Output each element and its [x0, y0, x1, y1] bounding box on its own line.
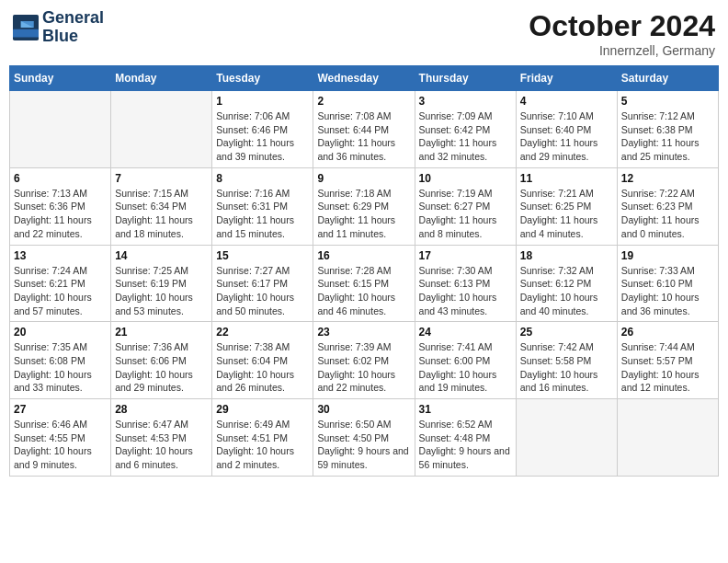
- day-info: Sunrise: 7:32 AM Sunset: 6:12 PM Dayligh…: [520, 264, 613, 318]
- day-info: Sunrise: 7:12 AM Sunset: 6:38 PM Dayligh…: [621, 109, 714, 164]
- weekday-header: Wednesday: [313, 66, 415, 91]
- calendar-cell: 1Sunrise: 7:06 AM Sunset: 6:46 PM Daylig…: [212, 91, 313, 168]
- day-info: Sunrise: 7:28 AM Sunset: 6:15 PM Dayligh…: [317, 264, 410, 318]
- calendar-cell: 5Sunrise: 7:12 AM Sunset: 6:38 PM Daylig…: [617, 91, 718, 168]
- day-info: Sunrise: 7:22 AM Sunset: 6:23 PM Dayligh…: [621, 187, 714, 241]
- calendar-cell: 6Sunrise: 7:13 AM Sunset: 6:36 PM Daylig…: [10, 167, 111, 245]
- day-number: 2: [317, 95, 410, 108]
- calendar-cell: 10Sunrise: 7:19 AM Sunset: 6:27 PM Dayli…: [415, 167, 516, 245]
- day-number: 3: [419, 95, 512, 108]
- calendar-header: SundayMondayTuesdayWednesdayThursdayFrid…: [10, 66, 719, 91]
- day-number: 6: [14, 172, 107, 185]
- title-section: October 2024 Innernzell, Germany: [529, 9, 715, 58]
- day-info: Sunrise: 7:15 AM Sunset: 6:34 PM Dayligh…: [115, 187, 208, 241]
- weekday-header: Saturday: [617, 66, 718, 91]
- calendar-cell: 8Sunrise: 7:16 AM Sunset: 6:31 PM Daylig…: [212, 167, 313, 245]
- day-number: 10: [419, 172, 512, 185]
- day-number: 31: [419, 403, 512, 416]
- calendar-week: 20Sunrise: 7:35 AM Sunset: 6:08 PM Dayli…: [10, 322, 719, 399]
- calendar-cell: 21Sunrise: 7:36 AM Sunset: 6:06 PM Dayli…: [111, 322, 212, 399]
- day-info: Sunrise: 7:16 AM Sunset: 6:31 PM Dayligh…: [216, 187, 309, 241]
- day-number: 9: [317, 172, 410, 185]
- calendar-cell: 29Sunrise: 6:49 AM Sunset: 4:51 PM Dayli…: [212, 399, 313, 477]
- day-info: Sunrise: 7:08 AM Sunset: 6:44 PM Dayligh…: [317, 109, 410, 164]
- calendar-cell: 18Sunrise: 7:32 AM Sunset: 6:12 PM Dayli…: [516, 245, 617, 322]
- day-number: 12: [621, 172, 714, 185]
- calendar-cell: 27Sunrise: 6:46 AM Sunset: 4:55 PM Dayli…: [10, 399, 111, 477]
- day-info: Sunrise: 7:21 AM Sunset: 6:25 PM Dayligh…: [520, 187, 613, 241]
- calendar-cell: 30Sunrise: 6:50 AM Sunset: 4:50 PM Dayli…: [313, 399, 415, 477]
- weekday-header: Monday: [111, 66, 212, 91]
- day-info: Sunrise: 7:10 AM Sunset: 6:40 PM Dayligh…: [520, 109, 613, 164]
- calendar-cell: 14Sunrise: 7:25 AM Sunset: 6:19 PM Dayli…: [111, 245, 212, 322]
- day-number: 5: [621, 95, 714, 108]
- day-number: 11: [520, 172, 613, 185]
- day-info: Sunrise: 7:13 AM Sunset: 6:36 PM Dayligh…: [14, 187, 107, 241]
- day-info: Sunrise: 7:30 AM Sunset: 6:13 PM Dayligh…: [419, 264, 512, 318]
- calendar-cell: 4Sunrise: 7:10 AM Sunset: 6:40 PM Daylig…: [516, 91, 617, 168]
- calendar-week: 13Sunrise: 7:24 AM Sunset: 6:21 PM Dayli…: [10, 245, 719, 322]
- day-info: Sunrise: 7:06 AM Sunset: 6:46 PM Dayligh…: [216, 109, 309, 164]
- calendar-cell: 24Sunrise: 7:41 AM Sunset: 6:00 PM Dayli…: [415, 322, 516, 399]
- calendar-cell: 3Sunrise: 7:09 AM Sunset: 6:42 PM Daylig…: [415, 91, 516, 168]
- day-info: Sunrise: 7:19 AM Sunset: 6:27 PM Dayligh…: [419, 187, 512, 241]
- day-number: 1: [216, 95, 309, 108]
- weekday-header: Thursday: [415, 66, 516, 91]
- svg-rect-3: [13, 29, 39, 38]
- day-number: 26: [621, 326, 714, 339]
- calendar-week: 6Sunrise: 7:13 AM Sunset: 6:36 PM Daylig…: [10, 167, 719, 245]
- day-info: Sunrise: 7:18 AM Sunset: 6:29 PM Dayligh…: [317, 187, 410, 241]
- day-info: Sunrise: 6:46 AM Sunset: 4:55 PM Dayligh…: [14, 418, 107, 472]
- day-info: Sunrise: 7:33 AM Sunset: 6:10 PM Dayligh…: [621, 264, 714, 318]
- day-number: 17: [419, 249, 512, 262]
- calendar-cell: 15Sunrise: 7:27 AM Sunset: 6:17 PM Dayli…: [212, 245, 313, 322]
- day-info: Sunrise: 7:39 AM Sunset: 6:02 PM Dayligh…: [317, 340, 410, 395]
- header-row: SundayMondayTuesdayWednesdayThursdayFrid…: [10, 66, 719, 91]
- day-number: 23: [317, 326, 410, 339]
- month-title: October 2024: [529, 9, 715, 43]
- calendar-cell: 26Sunrise: 7:44 AM Sunset: 5:57 PM Dayli…: [617, 322, 718, 399]
- calendar-cell: 16Sunrise: 7:28 AM Sunset: 6:15 PM Dayli…: [313, 245, 415, 322]
- day-info: Sunrise: 7:35 AM Sunset: 6:08 PM Dayligh…: [14, 340, 107, 395]
- calendar-cell: [617, 399, 718, 477]
- calendar-cell: 7Sunrise: 7:15 AM Sunset: 6:34 PM Daylig…: [111, 167, 212, 245]
- day-number: 30: [317, 403, 410, 416]
- calendar-cell: [516, 399, 617, 477]
- calendar-week: 1Sunrise: 7:06 AM Sunset: 6:46 PM Daylig…: [10, 91, 719, 168]
- day-info: Sunrise: 7:42 AM Sunset: 5:58 PM Dayligh…: [520, 340, 613, 395]
- day-number: 8: [216, 172, 309, 185]
- logo-text: GeneralBlue: [42, 9, 104, 46]
- day-number: 14: [115, 249, 208, 262]
- day-info: Sunrise: 6:49 AM Sunset: 4:51 PM Dayligh…: [216, 418, 309, 472]
- day-info: Sunrise: 7:38 AM Sunset: 6:04 PM Dayligh…: [216, 340, 309, 395]
- day-info: Sunrise: 7:36 AM Sunset: 6:06 PM Dayligh…: [115, 340, 208, 395]
- day-info: Sunrise: 7:09 AM Sunset: 6:42 PM Dayligh…: [419, 109, 512, 164]
- day-number: 21: [115, 326, 208, 339]
- calendar-cell: 11Sunrise: 7:21 AM Sunset: 6:25 PM Dayli…: [516, 167, 617, 245]
- day-info: Sunrise: 7:44 AM Sunset: 5:57 PM Dayligh…: [621, 340, 714, 395]
- calendar-cell: 20Sunrise: 7:35 AM Sunset: 6:08 PM Dayli…: [10, 322, 111, 399]
- day-info: Sunrise: 7:24 AM Sunset: 6:21 PM Dayligh…: [14, 264, 107, 318]
- page-header: GeneralBlue October 2024 Innernzell, Ger…: [9, 9, 719, 58]
- day-number: 19: [621, 249, 714, 262]
- day-number: 20: [14, 326, 107, 339]
- day-number: 7: [115, 172, 208, 185]
- day-number: 25: [520, 326, 613, 339]
- day-info: Sunrise: 7:25 AM Sunset: 6:19 PM Dayligh…: [115, 264, 208, 318]
- day-number: 4: [520, 95, 613, 108]
- weekday-header: Friday: [516, 66, 617, 91]
- day-number: 15: [216, 249, 309, 262]
- day-number: 29: [216, 403, 309, 416]
- calendar-cell: [111, 91, 212, 168]
- day-number: 24: [419, 326, 512, 339]
- location-subtitle: Innernzell, Germany: [529, 43, 715, 58]
- calendar-cell: 25Sunrise: 7:42 AM Sunset: 5:58 PM Dayli…: [516, 322, 617, 399]
- logo-icon: [13, 15, 39, 40]
- calendar-cell: [10, 91, 111, 168]
- day-number: 13: [14, 249, 107, 262]
- calendar-table: SundayMondayTuesdayWednesdayThursdayFrid…: [9, 65, 719, 477]
- calendar-cell: 2Sunrise: 7:08 AM Sunset: 6:44 PM Daylig…: [313, 91, 415, 168]
- calendar-cell: 28Sunrise: 6:47 AM Sunset: 4:53 PM Dayli…: [111, 399, 212, 477]
- day-info: Sunrise: 7:41 AM Sunset: 6:00 PM Dayligh…: [419, 340, 512, 395]
- calendar-cell: 17Sunrise: 7:30 AM Sunset: 6:13 PM Dayli…: [415, 245, 516, 322]
